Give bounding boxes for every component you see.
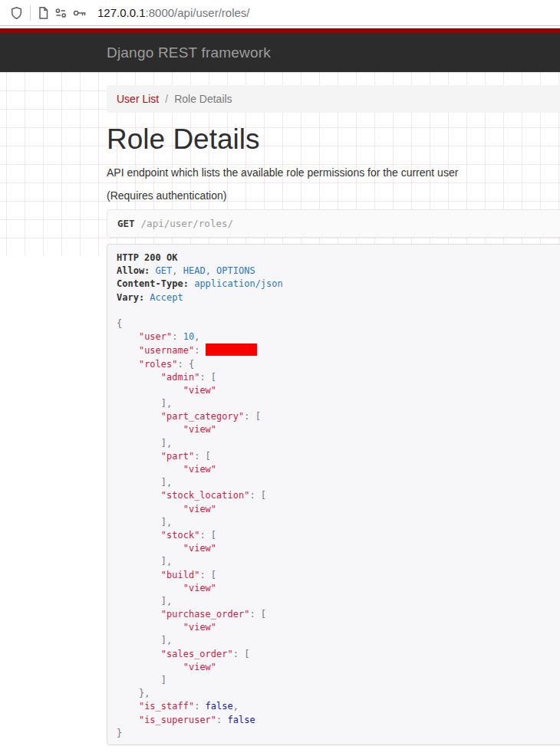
response-block: HTTP 200 OK Allow: GET, HEAD, OPTIONS Co… [107, 244, 560, 745]
page-icon[interactable] [38, 5, 49, 21]
address-bar-divider [30, 5, 31, 21]
url-path: :8000/api/user/roles/ [146, 6, 250, 19]
brand-title[interactable]: Django REST framework [107, 44, 271, 61]
auth-note: (Requires authentication) [107, 189, 226, 202]
breadcrumb-separator: / [165, 93, 168, 105]
breadcrumb: User List / Role Details [107, 85, 560, 113]
shield-icon[interactable] [10, 5, 23, 21]
request-bar: GET /api/user/roles/ [107, 209, 560, 238]
redaction-box [206, 343, 257, 356]
breadcrumb-current: Role Details [174, 93, 232, 105]
request-method: GET [117, 218, 135, 229]
url-host: 127.0.0.1 [97, 6, 146, 19]
page-description: API endpoint which lists the available r… [107, 166, 458, 179]
key-icon[interactable] [73, 5, 87, 21]
page-title: Role Details [107, 124, 259, 156]
permissions-icon[interactable] [54, 5, 68, 21]
response-body: HTTP 200 OK Allow: GET, HEAD, OPTIONS Co… [117, 251, 552, 740]
app-header: Django REST framework [0, 33, 560, 72]
browser-window: { "browser": { "url_host": "127.0.0.1", … [0, 0, 560, 756]
request-path: /api/user/roles/ [141, 218, 233, 229]
browser-address-bar[interactable]: 127.0.0.1:8000/api/user/roles/ [0, 0, 560, 26]
url-text[interactable]: 127.0.0.1:8000/api/user/roles/ [97, 6, 249, 19]
breadcrumb-user-list-link[interactable]: User List [117, 93, 159, 105]
